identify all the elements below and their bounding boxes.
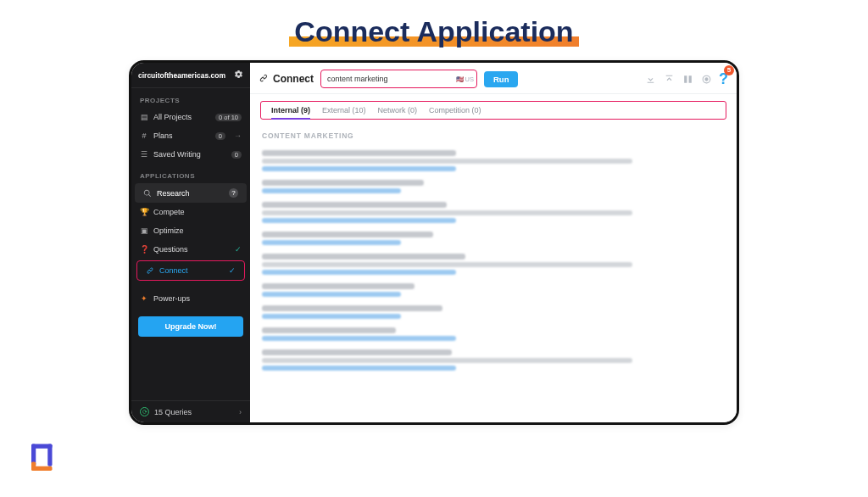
main-header: Connect 🇺🇸 US Run: [250, 63, 737, 94]
flag-icon: 🇺🇸: [456, 75, 464, 83]
sidebar-header: circuitoftheamericas.com: [131, 63, 250, 88]
result-title-blurred: [262, 327, 396, 333]
result-snippet-blurred: [262, 210, 632, 215]
result-item[interactable]: [262, 180, 725, 193]
page-title: Connect Application: [289, 15, 578, 48]
sidebar-item-label: Power-ups: [153, 294, 190, 303]
trophy-icon: 🏆: [140, 208, 148, 216]
columns-icon[interactable]: [682, 73, 693, 85]
header-actions: ? 5: [644, 70, 728, 88]
upgrade-button[interactable]: Upgrade Now!: [138, 316, 243, 337]
link-icon: [259, 73, 269, 86]
help-badge-icon: ?: [229, 188, 238, 198]
result-title-blurred: [262, 283, 415, 289]
result-item[interactable]: [262, 202, 725, 223]
sidebar-item-compete[interactable]: 🏆 Compete: [131, 203, 250, 221]
sidebar-item-saved-writing[interactable]: ☰ Saved Writing 0: [131, 145, 250, 164]
result-title-blurred: [262, 349, 452, 355]
result-snippet-blurred: [262, 262, 632, 267]
sidebar-item-research[interactable]: Research ?: [135, 183, 247, 203]
sidebar-item-label: Saved Writing: [153, 150, 201, 159]
result-item[interactable]: [262, 327, 725, 341]
upload-icon[interactable]: [663, 73, 675, 85]
result-snippet-blurred: [262, 159, 632, 164]
domain-label: circuitoftheamericas.com: [138, 71, 225, 80]
tab-network[interactable]: Network (0): [378, 106, 418, 114]
count-pill: 0 of 10: [215, 114, 242, 121]
sidebar-item-all-projects[interactable]: ▤ All Projects 0 of 10: [131, 108, 250, 126]
check-icon: ✓: [229, 266, 236, 275]
results-heading: CONTENT MARKETING: [250, 123, 737, 145]
queries-footer[interactable]: ⟳ 15 Queries ›: [131, 400, 250, 422]
arrow-right-icon: →: [234, 131, 242, 140]
result-title-blurred: [262, 305, 442, 311]
result-title-blurred: [262, 232, 433, 237]
projects-section-label: PROJECTS: [131, 88, 250, 108]
run-button[interactable]: Run: [484, 71, 518, 87]
result-title-blurred: [262, 150, 456, 156]
link-icon: [146, 266, 154, 275]
sidebar-item-optimize[interactable]: ▣ Optimize: [131, 221, 250, 240]
chevron-right-icon: ›: [239, 408, 242, 416]
tab-competition[interactable]: Competition (0): [429, 106, 481, 114]
download-icon[interactable]: [644, 73, 656, 85]
result-link-blurred: [262, 166, 456, 171]
brand-logo: [25, 441, 61, 480]
sidebar-item-powerups[interactable]: ✦ Power-ups: [131, 289, 250, 308]
result-title-blurred: [262, 254, 465, 260]
sidebar-item-label: Connect: [159, 266, 188, 275]
sidebar-item-label: All Projects: [153, 113, 192, 121]
main-title-text: Connect: [273, 73, 314, 85]
result-link-blurred: [262, 366, 456, 371]
count-pill: 0: [215, 132, 225, 140]
result-link-blurred: [262, 270, 456, 275]
app-window: circuitoftheamericas.com PROJECTS ▤ All …: [129, 60, 739, 425]
result-snippet-blurred: [262, 358, 632, 363]
locale-text: US: [465, 75, 474, 83]
locale-badge[interactable]: 🇺🇸 US: [456, 75, 474, 83]
sidebar: circuitoftheamericas.com PROJECTS ▤ All …: [131, 63, 250, 422]
main-panel: Connect 🇺🇸 US Run: [250, 63, 737, 422]
queries-icon: ⟳: [140, 407, 149, 416]
settings-icon[interactable]: [700, 73, 712, 85]
sidebar-item-questions[interactable]: ❓ Questions ✓: [131, 240, 250, 259]
search-icon: [143, 189, 152, 198]
svg-rect-4: [31, 462, 36, 472]
result-link-blurred: [262, 218, 456, 223]
check-icon: ✓: [235, 245, 242, 254]
result-title-blurred: [262, 202, 447, 208]
applications-section-label: APPLICATIONS: [131, 164, 250, 183]
result-item[interactable]: [262, 283, 725, 297]
search-input[interactable]: [320, 70, 477, 88]
sidebar-item-label: Compete: [153, 208, 185, 216]
result-item[interactable]: [262, 254, 725, 275]
sidebar-item-connect[interactable]: Connect ✓: [136, 260, 245, 281]
result-link-blurred: [262, 188, 401, 193]
tabs-row: Internal (9) External (10) Network (0) C…: [260, 101, 726, 120]
tab-internal[interactable]: Internal (9): [271, 106, 310, 114]
svg-rect-1: [47, 444, 52, 466]
result-item[interactable]: [262, 349, 725, 371]
sidebar-item-label: Questions: [153, 245, 188, 254]
result-item[interactable]: [262, 232, 725, 245]
result-link-blurred: [262, 314, 401, 319]
result-item[interactable]: [262, 150, 725, 171]
questions-icon: ❓: [140, 245, 148, 254]
result-item[interactable]: [262, 305, 725, 319]
gear-icon[interactable]: [234, 70, 243, 81]
sidebar-item-plans[interactable]: # Plans 0 →: [131, 126, 250, 145]
list-icon: ▤: [140, 113, 148, 121]
sidebar-item-label: Plans: [153, 131, 173, 140]
notif-badge: 5: [724, 65, 734, 75]
tab-external[interactable]: External (10): [322, 106, 366, 114]
hash-icon: #: [140, 131, 148, 140]
results-list: [250, 145, 737, 422]
result-link-blurred: [262, 240, 401, 245]
bookmark-icon: ☰: [140, 150, 148, 159]
result-link-blurred: [262, 292, 401, 297]
sidebar-item-label: Research: [157, 189, 190, 198]
search-wrap: 🇺🇸 US: [320, 70, 477, 88]
help-button[interactable]: ? 5: [719, 70, 728, 88]
sparkle-icon: ✦: [140, 294, 148, 303]
result-title-blurred: [262, 180, 424, 186]
